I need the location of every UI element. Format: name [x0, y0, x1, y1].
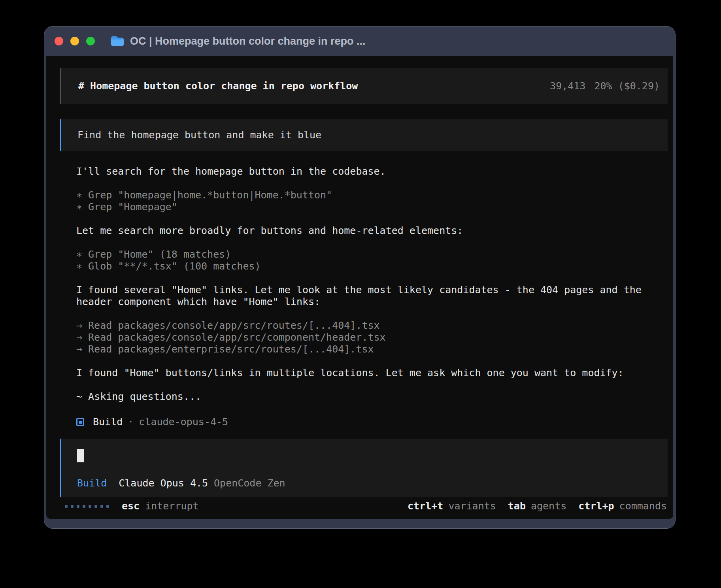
read-call-text: Read packages/console/app/src/component/… [88, 332, 386, 343]
asking-status: ~ Asking questions... [76, 391, 646, 403]
tool-call-line: ∗ Glob "**/*.tsx" (100 matches) [76, 260, 646, 272]
hint-agents: tab agents [508, 500, 566, 512]
user-message-text: Find the homepage button and make it blu… [77, 129, 321, 141]
tool-call-text: Glob "**/*.tsx" (100 matches) [88, 260, 261, 272]
agent-name: Build [93, 416, 123, 428]
progress-dots-icon [65, 505, 109, 508]
prompt-model-label[interactable]: Claude Opus 4.5 [119, 477, 208, 489]
read-call-line: → Read packages/console/app/src/componen… [76, 332, 646, 343]
context-usage: 20% ($0.29) [594, 80, 660, 92]
terminal-viewport[interactable]: # Homepage button color change in repo w… [46, 56, 673, 519]
tool-bullet-icon: ∗ [76, 201, 82, 213]
assistant-paragraph: Let me search more broadly for buttons a… [76, 225, 646, 237]
folder-icon [111, 36, 124, 47]
user-message: Find the homepage button and make it blu… [60, 119, 668, 151]
session-stats: 39,413 20% ($0.29) [550, 80, 660, 92]
prompt-input[interactable]: Build Claude Opus 4.5 OpenCode Zen [60, 439, 668, 497]
read-call-group: → Read packages/console/app/src/routes/[… [76, 320, 646, 355]
status-footer: esc interrupt ctrl+t variants tab agents… [46, 500, 673, 512]
tool-bullet-icon: ∗ [76, 249, 82, 260]
hint-key: ctrl+p [578, 500, 614, 512]
footer-right: ctrl+t variants tab agents ctrl+p comman… [408, 500, 667, 512]
hint-key: tab [508, 500, 526, 512]
assistant-paragraph: I found several "Home" links. Let me loo… [76, 284, 646, 308]
esc-key-hint: esc [122, 500, 140, 512]
titlebar[interactable]: OC | Homepage button color change in rep… [44, 26, 675, 56]
tool-call-group: ∗ Grep "Home" (18 matches) ∗ Glob "**/*.… [76, 249, 646, 272]
hint-label: agents [531, 500, 566, 512]
assistant-transcript: I'll search for the homepage button in t… [76, 166, 646, 403]
text-cursor [77, 449, 84, 462]
prompt-provider-label: OpenCode Zen [214, 477, 285, 489]
tool-call-text: Grep "homepage|home.*button|Home.*button… [88, 189, 332, 201]
esc-key-label: interrupt [145, 500, 198, 512]
tool-call-text: Grep "Home" (18 matches) [88, 249, 231, 260]
read-call-line: → Read packages/enterprise/src/routes/[.… [76, 343, 646, 355]
assistant-paragraph: I'll search for the homepage button in t… [76, 166, 646, 177]
terminal-window: OC | Homepage button color change in rep… [44, 26, 676, 529]
model-row: Build Claude Opus 4.5 OpenCode Zen [77, 477, 285, 489]
assistant-paragraph: I found "Home" buttons/links in multiple… [76, 367, 646, 379]
session-title: # Homepage button color change in repo w… [78, 80, 358, 92]
hint-variants: ctrl+t variants [408, 500, 496, 512]
zoom-button[interactable] [86, 37, 95, 45]
prompt-agent-label[interactable]: Build [77, 477, 107, 489]
window-title: OC | Homepage button color change in rep… [130, 35, 366, 47]
arrow-right-icon: → [76, 332, 82, 343]
footer-left: esc interrupt [65, 500, 199, 512]
session-header: # Homepage button color change in repo w… [60, 68, 668, 104]
hint-label: commands [619, 500, 667, 512]
agent-separator: · [128, 416, 134, 428]
hint-commands: ctrl+p commands [578, 500, 667, 512]
tool-call-line: ∗ Grep "homepage|home.*button|Home.*butt… [76, 189, 646, 201]
tool-call-group: ∗ Grep "homepage|home.*button|Home.*butt… [76, 189, 646, 213]
tool-call-text: Grep "Homepage" [88, 201, 177, 213]
agent-square-icon [76, 418, 84, 426]
arrow-right-icon: → [76, 320, 82, 332]
minimize-button[interactable] [70, 37, 79, 45]
agent-status-row: Build · claude-opus-4-5 [76, 416, 673, 428]
tool-call-line: ∗ Grep "Homepage" [76, 201, 646, 213]
arrow-right-icon: → [76, 343, 82, 355]
hint-label: variants [448, 500, 496, 512]
read-call-line: → Read packages/console/app/src/routes/[… [76, 320, 646, 332]
tool-bullet-icon: ∗ [76, 260, 82, 272]
token-count: 39,413 [550, 80, 585, 92]
tool-bullet-icon: ∗ [76, 189, 82, 201]
close-button[interactable] [55, 37, 63, 45]
tool-call-line: ∗ Grep "Home" (18 matches) [76, 249, 646, 260]
read-call-text: Read packages/enterprise/src/routes/[...… [88, 343, 374, 355]
read-call-text: Read packages/console/app/src/routes/[..… [88, 320, 380, 332]
agent-model: claude-opus-4-5 [139, 416, 228, 428]
hint-key: ctrl+t [408, 500, 443, 512]
